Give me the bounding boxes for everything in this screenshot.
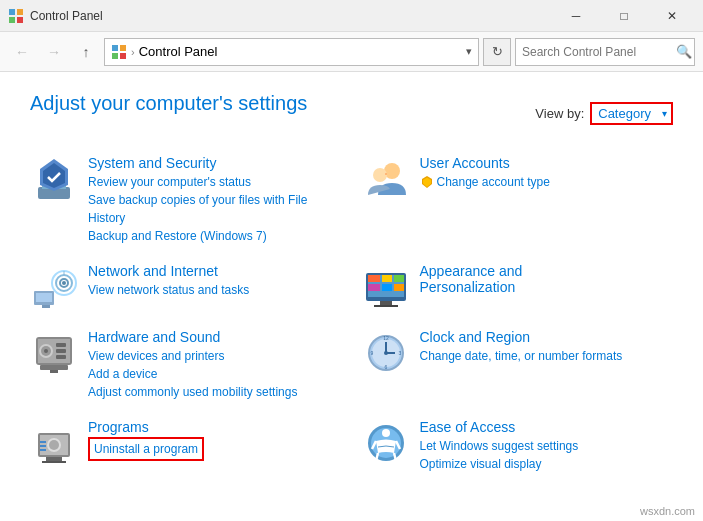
category-dropdown[interactable]: Category ▾ xyxy=(590,102,673,125)
svg-rect-44 xyxy=(50,370,58,373)
forward-button[interactable]: → xyxy=(40,38,68,66)
address-dropdown-arrow[interactable]: ▾ xyxy=(466,45,472,58)
svg-rect-0 xyxy=(9,9,15,15)
svg-text:3: 3 xyxy=(398,350,401,356)
network-title[interactable]: Network and Internet xyxy=(88,263,342,279)
window-controls: ─ □ ✕ xyxy=(553,0,695,32)
hardware-icon xyxy=(30,329,78,377)
svg-rect-29 xyxy=(394,275,404,282)
categories-grid: System and Security Review your computer… xyxy=(30,151,673,477)
svg-point-23 xyxy=(62,281,66,285)
svg-rect-19 xyxy=(42,305,50,308)
svg-point-14 xyxy=(385,173,387,175)
network-icon xyxy=(30,263,78,311)
svg-text:12: 12 xyxy=(383,335,389,341)
title-bar: Control Panel ─ □ ✕ xyxy=(0,0,703,32)
path-text: Control Panel xyxy=(139,44,218,59)
category-network: Network and Internet View network status… xyxy=(30,259,342,315)
svg-rect-6 xyxy=(112,53,118,59)
svg-rect-42 xyxy=(56,355,66,359)
svg-rect-4 xyxy=(112,45,118,51)
search-input[interactable] xyxy=(522,45,672,59)
clock-text: Clock and Region Change date, time, or n… xyxy=(420,329,674,365)
svg-point-58 xyxy=(49,440,59,450)
svg-rect-30 xyxy=(368,284,380,291)
programs-title[interactable]: Programs xyxy=(88,419,342,435)
view-by-label: View by: xyxy=(535,106,584,121)
minimize-button[interactable]: ─ xyxy=(553,0,599,32)
maximize-button[interactable]: □ xyxy=(601,0,647,32)
svg-rect-7 xyxy=(120,53,126,59)
svg-rect-27 xyxy=(368,275,380,282)
svg-rect-3 xyxy=(17,17,23,23)
svg-text:6: 6 xyxy=(384,364,387,370)
system-security-link-2[interactable]: Save backup copies of your files with Fi… xyxy=(88,191,342,227)
system-security-link-3[interactable]: Backup and Restore (Windows 7) xyxy=(88,227,342,245)
shield-small-icon xyxy=(420,175,434,189)
hardware-link-2[interactable]: Add a device xyxy=(88,365,342,383)
svg-rect-40 xyxy=(56,343,66,347)
search-box[interactable]: 🔍 xyxy=(515,38,695,66)
user-accounts-icon xyxy=(362,155,410,203)
svg-rect-62 xyxy=(40,445,46,447)
ease-link-2[interactable]: Optimize visual display xyxy=(420,455,674,473)
ease-title[interactable]: Ease of Access xyxy=(420,419,674,435)
watermark: wsxdn.com xyxy=(640,505,695,517)
page-title: Adjust your computer's settings xyxy=(30,92,307,115)
user-accounts-link-1[interactable]: Change account type xyxy=(437,173,550,191)
svg-rect-63 xyxy=(40,449,46,451)
network-link-1[interactable]: View network status and tasks xyxy=(88,281,342,299)
search-icon: 🔍 xyxy=(676,44,692,59)
svg-point-50 xyxy=(384,351,388,355)
category-programs: Programs Uninstall a program xyxy=(30,415,342,477)
control-panel-path-icon xyxy=(111,44,127,60)
system-security-title[interactable]: System and Security xyxy=(88,155,342,171)
clock-title[interactable]: Clock and Region xyxy=(420,329,674,345)
category-hardware: Hardware and Sound View devices and prin… xyxy=(30,325,342,405)
back-button[interactable]: ← xyxy=(8,38,36,66)
address-box[interactable]: › Control Panel ▾ xyxy=(104,38,479,66)
svg-rect-34 xyxy=(374,305,398,307)
svg-rect-5 xyxy=(120,45,126,51)
network-text: Network and Internet View network status… xyxy=(88,263,342,299)
hardware-title[interactable]: Hardware and Sound xyxy=(88,329,342,345)
clock-link-1[interactable]: Change date, time, or number formats xyxy=(420,347,674,365)
category-arrow: ▾ xyxy=(662,108,667,119)
user-accounts-title[interactable]: User Accounts xyxy=(420,155,674,171)
path-separator: › xyxy=(131,46,135,58)
svg-text:9: 9 xyxy=(370,350,373,356)
svg-rect-1 xyxy=(17,9,23,15)
address-bar: ← → ↑ › Control Panel ▾ ↻ 🔍 xyxy=(0,32,703,72)
svg-rect-59 xyxy=(46,457,62,461)
category-system-security: System and Security Review your computer… xyxy=(30,151,342,249)
svg-rect-28 xyxy=(382,275,392,282)
svg-rect-18 xyxy=(36,293,52,302)
programs-text: Programs Uninstall a program xyxy=(88,419,342,461)
svg-rect-60 xyxy=(42,461,66,463)
programs-link-1[interactable]: Uninstall a program xyxy=(88,437,204,461)
control-panel-icon xyxy=(8,8,24,24)
close-button[interactable]: ✕ xyxy=(649,0,695,32)
system-security-text: System and Security Review your computer… xyxy=(88,155,342,245)
svg-point-66 xyxy=(382,429,390,437)
system-security-link-1[interactable]: Review your computer's status xyxy=(88,173,342,191)
ease-link-1[interactable]: Let Windows suggest settings xyxy=(420,437,674,455)
appearance-title[interactable]: Appearance andPersonalization xyxy=(420,263,674,295)
svg-point-39 xyxy=(44,349,48,353)
category-appearance: Appearance andPersonalization xyxy=(362,259,674,315)
up-button[interactable]: ↑ xyxy=(72,38,100,66)
system-security-icon xyxy=(30,155,78,203)
svg-rect-43 xyxy=(40,365,68,370)
hardware-link-3[interactable]: Adjust commonly used mobility settings xyxy=(88,383,342,401)
svg-rect-32 xyxy=(394,284,404,291)
category-ease: Ease of Access Let Windows suggest setti… xyxy=(362,415,674,477)
svg-rect-2 xyxy=(9,17,15,23)
window-title: Control Panel xyxy=(30,9,553,23)
main-content: Adjust your computer's settings View by:… xyxy=(0,72,703,497)
refresh-button[interactable]: ↻ xyxy=(483,38,511,66)
hardware-link-1[interactable]: View devices and printers xyxy=(88,347,342,365)
category-label: Category xyxy=(598,106,651,121)
ease-text: Ease of Access Let Windows suggest setti… xyxy=(420,419,674,473)
svg-rect-31 xyxy=(382,284,392,291)
category-user-accounts: User Accounts Change account type xyxy=(362,151,674,249)
